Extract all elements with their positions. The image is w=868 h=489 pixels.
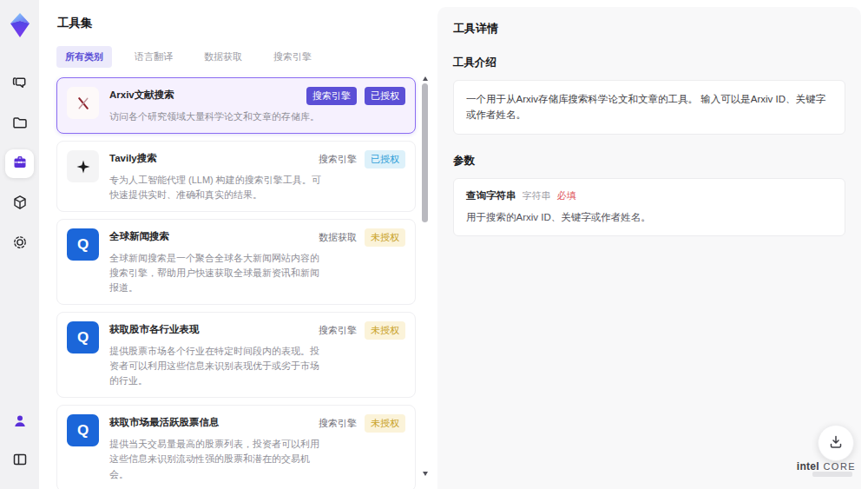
tool-description: 专为人工智能代理 (LLM) 构建的搜索引擎工具。可快速提供实时、准确和真实的结… [109, 173, 321, 202]
tool-card-arxiv[interactable]: Arxiv文献搜索 搜索引擎 已授权 访问各个研究领域大量科学论文和文章的存储库… [56, 77, 416, 134]
sidebar-item-chat[interactable] [5, 69, 34, 98]
tool-description: 访问各个研究领域大量科学论文和文章的存储库。 [109, 109, 321, 124]
q-search-icon: Q [67, 414, 99, 446]
intel-ultra-subtext [812, 472, 852, 477]
toolbox-icon [11, 154, 29, 174]
tool-description: 全球新闻搜索是一个聚合全球各大新闻网站内容的搜索引擎，帮助用户快速获取全球最新资… [109, 251, 321, 295]
scroll-down-icon[interactable] [423, 472, 428, 476]
list-scrollbar[interactable] [421, 76, 430, 476]
param-required-badge: 必填 [557, 189, 576, 202]
tool-name: Tavily搜索 [109, 150, 157, 165]
core-wordmark: core [823, 461, 856, 472]
status-badge: 未授权 [365, 414, 405, 433]
param-name: 查询字符串 [466, 189, 516, 202]
sidebar-item-tools[interactable] [5, 149, 34, 178]
app-window: 工具集 所有类别 语言翻译 数据获取 搜索引擎 Arxiv文献搜索 [0, 0, 868, 489]
intel-wordmark: intel [797, 460, 819, 472]
tools-panel: 工具集 所有类别 语言翻译 数据获取 搜索引擎 Arxiv文献搜索 [39, 0, 437, 489]
tool-name: 获取市场最活跃股票信息 [109, 414, 220, 429]
sidebar-item-profile[interactable] [5, 408, 34, 437]
q-search-icon: Q [67, 321, 99, 354]
status-badge: 未授权 [365, 228, 405, 247]
cube-icon [11, 194, 29, 214]
param-type: 字符串 [523, 189, 551, 202]
folder-icon [11, 114, 29, 134]
tool-card-tavily[interactable]: Tavily搜索 搜索引擎 已授权 专为人工智能代理 (LLM) 构建的搜索引擎… [56, 141, 416, 212]
tool-detail-panel: 工具详情 工具介绍 一个用于从Arxiv存储库搜索科学论文和文章的工具。 输入可… [437, 7, 861, 489]
intro-box: 一个用于从Arxiv存储库搜索科学论文和文章的工具。 输入可以是Arxiv ID… [453, 80, 845, 135]
download-icon [827, 433, 845, 453]
download-button[interactable] [818, 425, 854, 461]
category-label: 搜索引擎 [319, 150, 357, 169]
category-label: 搜索引擎 [319, 414, 357, 433]
arxiv-icon [67, 87, 99, 119]
user-icon [11, 413, 29, 433]
tool-card-most-active-stocks[interactable]: Q 获取市场最活跃股票信息 搜索引擎 未授权 提供当天交易量最高的股票列表，投资… [56, 405, 416, 489]
params-heading: 参数 [453, 154, 845, 169]
category-tabs: 所有类别 语言翻译 数据获取 搜索引擎 [56, 46, 437, 68]
sidebar-item-panel-toggle[interactable] [5, 446, 34, 475]
status-badge: 已授权 [365, 87, 405, 105]
tool-description: 提供当天交易量最高的股票列表，投资者可以利用这些信息来识别流动性强的股票和潜在的… [109, 437, 321, 481]
category-badge: 搜索引擎 [306, 87, 357, 105]
status-badge: 未授权 [365, 321, 405, 340]
sidebar-bottom [0, 408, 39, 475]
chat-icon [11, 74, 29, 94]
q-search-icon: Q [67, 228, 99, 261]
tool-name: Arxiv文献搜索 [109, 87, 174, 102]
intro-text: 一个用于从Arxiv存储库搜索科学论文和文章的工具。 输入可以是Arxiv ID… [466, 91, 832, 123]
tool-description: 提供股票市场各个行业在特定时间段内的表现。投资者可以利用这些信息来识别表现优于或… [109, 344, 321, 388]
app-logo-icon [6, 10, 34, 40]
tab-search-engine[interactable]: 搜索引擎 [265, 46, 320, 68]
panel-toggle-icon [11, 451, 29, 471]
sidebar [0, 0, 39, 489]
intro-heading: 工具介绍 [453, 56, 845, 70]
sidebar-item-files[interactable] [5, 109, 34, 138]
status-badge: 已授权 [365, 150, 405, 169]
sidebar-item-settings[interactable] [5, 229, 34, 258]
gear-icon [11, 234, 29, 254]
sidebar-nav [5, 69, 34, 258]
tab-data-fetching[interactable]: 数据获取 [195, 46, 251, 68]
category-label: 搜索引擎 [319, 321, 357, 340]
tool-name: 全球新闻搜索 [109, 228, 169, 243]
tool-list: Arxiv文献搜索 搜索引擎 已授权 访问各个研究领域大量科学论文和文章的存储库… [56, 77, 416, 489]
tavily-star-icon [67, 150, 99, 182]
param-description: 用于搜索的Arxiv ID、关键字或作者姓名。 [466, 210, 832, 225]
tool-card-sector-performance[interactable]: Q 获取股市各行业表现 搜索引擎 未授权 提供股票市场各个行业在特定时间段内的表… [56, 312, 416, 398]
sidebar-item-plugins[interactable] [5, 189, 34, 218]
tool-name: 获取股市各行业表现 [109, 321, 200, 336]
page-title: 工具集 [57, 16, 437, 31]
category-label: 数据获取 [319, 228, 357, 247]
tab-all-categories[interactable]: 所有类别 [56, 46, 112, 68]
scroll-up-icon[interactable] [423, 76, 428, 81]
scrollbar-thumb[interactable] [422, 83, 428, 222]
tab-language-translation[interactable]: 语言翻译 [126, 46, 181, 68]
tool-card-global-news[interactable]: Q 全球新闻搜索 数据获取 未授权 全球新闻搜索是一个聚合全球各大新闻网站内容的… [56, 219, 416, 305]
detail-title: 工具详情 [453, 21, 845, 36]
param-box: 查询字符串 字符串 必填 用于搜索的Arxiv ID、关键字或作者姓名。 [453, 178, 845, 236]
